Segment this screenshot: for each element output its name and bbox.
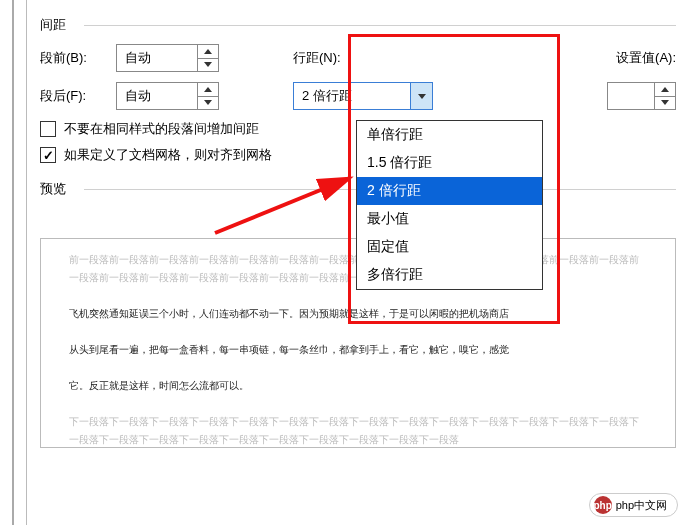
line-spacing-option[interactable]: 单倍行距 [357, 121, 542, 149]
spin-up-icon[interactable] [655, 83, 675, 97]
preview-body-line1: 飞机突然通知延误三个小时，人们连动都不动一下。因为预期就是这样，于是可以闲暇的把… [69, 305, 647, 323]
checkbox-snap-to-grid-label: 如果定义了文档网格，则对齐到网格 [64, 146, 272, 164]
label-set-value: 设置值(A): [616, 49, 676, 67]
php-logo-icon: php [594, 496, 612, 514]
line-spacing-option[interactable]: 2 倍行距 [357, 177, 542, 205]
space-before-input[interactable]: 自动 [116, 44, 198, 72]
spin-up-icon[interactable] [198, 83, 218, 97]
line-spacing-select[interactable]: 2 倍行距 [293, 82, 433, 110]
spin-down-icon[interactable] [655, 97, 675, 110]
checkbox-no-space-same-style[interactable] [40, 121, 56, 137]
preview-body-line2: 从头到尾看一遍，把每一盒香料，每一串项链，每一条丝巾，都拿到手上，看它，触它，嗅… [69, 341, 647, 359]
preview-ghost-after: 下一段落下一段落下一段落下一段落下一段落下一段落下一段落下一段落下一段落下一段落… [69, 413, 647, 448]
line-spacing-option[interactable]: 固定值 [357, 233, 542, 261]
space-before-spinner[interactable] [197, 44, 219, 72]
watermark-logo: php php中文网 [589, 493, 678, 517]
spin-down-icon[interactable] [198, 59, 218, 72]
line-spacing-option[interactable]: 最小值 [357, 205, 542, 233]
space-before-value: 自动 [117, 49, 197, 67]
line-spacing-option[interactable]: 多倍行距 [357, 261, 542, 289]
space-after-input[interactable]: 自动 [116, 82, 198, 110]
spin-up-icon[interactable] [198, 45, 218, 59]
line-spacing-value: 2 倍行距 [294, 87, 410, 105]
line-spacing-dropdown-btn[interactable] [410, 83, 432, 109]
space-after-value: 自动 [117, 87, 197, 105]
preview-body-line3: 它。反正就是这样，时间怎么流都可以。 [69, 377, 647, 395]
space-after-spinner[interactable] [197, 82, 219, 110]
label-line-spacing: 行距(N): [293, 49, 361, 67]
set-value-input[interactable] [607, 82, 655, 110]
line-spacing-dropdown-list[interactable]: 单倍行距 1.5 倍行距 2 倍行距 最小值 固定值 多倍行距 [356, 120, 543, 290]
spin-down-icon[interactable] [198, 97, 218, 110]
watermark-text: php中文网 [616, 498, 667, 513]
checkbox-snap-to-grid[interactable] [40, 147, 56, 163]
checkbox-no-space-same-style-label: 不要在相同样式的段落间增加间距 [64, 120, 259, 138]
set-value-spinner[interactable] [654, 82, 676, 110]
section-spacing-title: 间距 [40, 16, 676, 34]
label-space-after: 段后(F): [40, 87, 104, 105]
label-space-before: 段前(B): [40, 49, 104, 67]
chevron-down-icon [418, 94, 426, 99]
line-spacing-option[interactable]: 1.5 倍行距 [357, 149, 542, 177]
